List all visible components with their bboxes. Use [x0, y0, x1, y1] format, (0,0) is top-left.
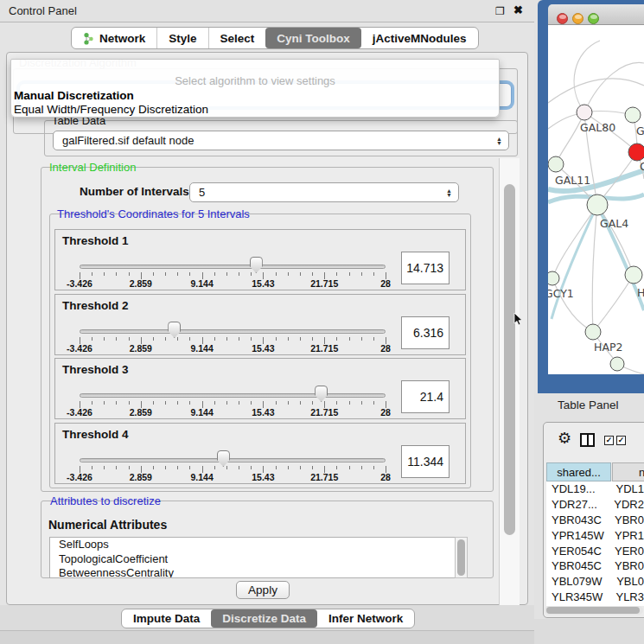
- number-of-intervals-combobox[interactable]: 5 ▲▼: [189, 182, 459, 202]
- network-node-gal80[interactable]: [577, 105, 592, 120]
- network-node-h[interactable]: [625, 266, 642, 284]
- tick-mark: [251, 272, 252, 276]
- slider-handle[interactable]: [168, 322, 181, 338]
- table-data-combobox[interactable]: galFiltered.sif default node ▲▼: [53, 131, 509, 150]
- tick-mark: [361, 401, 362, 405]
- tab-label: Style: [169, 32, 196, 45]
- tick-mark: [226, 272, 227, 276]
- slider-track[interactable]: [80, 393, 386, 398]
- tick-label: 21.715: [300, 472, 348, 482]
- cell-name: YLR3: [609, 590, 644, 603]
- column-header-shared[interactable]: shared...: [546, 462, 611, 481]
- columns-icon[interactable]: [580, 433, 595, 447]
- list-item-betweennesscentrality[interactable]: BetweennessCentrality: [50, 566, 467, 578]
- scrollbar-thumb[interactable]: [504, 184, 515, 535]
- tick-mark: [336, 401, 337, 405]
- tick-mark: [288, 272, 289, 276]
- tick-mark: [361, 337, 362, 341]
- tick-mark: [349, 337, 350, 341]
- tick-mark: [226, 337, 227, 341]
- network-node-gcy1[interactable]: [548, 271, 559, 285]
- table-rows[interactable]: YDL19...YDL1YDR27...YDR2YBR043CYBR0YPR14…: [546, 481, 644, 606]
- network-edge: [593, 275, 634, 332]
- tick-mark: [312, 466, 313, 469]
- apply-button[interactable]: Apply: [236, 581, 290, 599]
- tick-mark: [300, 466, 301, 469]
- table-row[interactable]: YBR043CYBR0: [546, 513, 644, 528]
- panel-vertical-scrollbar[interactable]: [499, 158, 520, 644]
- attributes-list-scrollbar[interactable]: [455, 537, 468, 578]
- checkbox-checked-icon[interactable]: ✓: [604, 436, 614, 445]
- network-node-gal11[interactable]: [548, 156, 564, 172]
- menu-item-equal-width-frequency[interactable]: Equal Width/Frequency Discretization: [14, 103, 208, 116]
- tab-network[interactable]: Network: [72, 28, 156, 48]
- column-header-name[interactable]: n: [612, 462, 644, 481]
- minimize-traffic-light-icon[interactable]: [572, 13, 583, 24]
- cell-shared-name: YPR145W: [546, 529, 608, 542]
- network-canvas[interactable]: GAL80GCGAL11GAL4GCY1HHAP2: [548, 25, 644, 374]
- tab-infer-network[interactable]: Infer Network: [317, 609, 414, 628]
- tick-mark: [189, 272, 190, 276]
- table-row[interactable]: YDL19...YDL1: [546, 481, 644, 497]
- gear-icon[interactable]: ⚙: [558, 430, 571, 446]
- numerical-attributes-list[interactable]: SelfLoopsTopologicalCoefficientBetweenne…: [49, 537, 468, 578]
- network-node-g[interactable]: [625, 107, 641, 123]
- slider-handle[interactable]: [250, 257, 263, 273]
- tab-impute-data[interactable]: Impute Data: [122, 609, 211, 628]
- table-row[interactable]: YBR045CYBR0: [546, 558, 644, 574]
- tick-mark: [116, 337, 117, 341]
- slider-track[interactable]: [80, 265, 386, 269]
- slider-track[interactable]: [80, 458, 386, 462]
- menu-item-manual-discretization[interactable]: Manual Discretization: [14, 89, 134, 102]
- table-row[interactable]: YLR345WYLR3: [546, 590, 644, 605]
- cell-name: YPR1: [608, 529, 644, 542]
- tab-select[interactable]: Select: [208, 28, 266, 48]
- tab-jactivemnodules[interactable]: jActiveMNodules: [361, 28, 478, 48]
- tick-mark: [251, 401, 252, 405]
- close-icon[interactable]: ✖: [513, 3, 523, 16]
- close-traffic-light-icon[interactable]: [557, 13, 568, 24]
- tick-mark: [312, 337, 313, 341]
- spinner-arrows-icon[interactable]: ▲▼: [496, 137, 502, 145]
- tick-label: -3.426: [55, 407, 104, 418]
- tick-mark: [336, 337, 337, 341]
- threshold-value-field[interactable]: 11.344: [401, 445, 450, 478]
- tick-mark: [129, 272, 130, 276]
- network-node[interactable]: [610, 357, 624, 371]
- thresholds-group-label: Threshold's Coordinates for 5 Intervals: [54, 207, 252, 220]
- threshold-value-field[interactable]: 21.4: [401, 380, 450, 413]
- tab-discretize-data[interactable]: Discretize Data: [211, 609, 317, 628]
- algorithm-dropdown-popup: Select algorithm to view settings Manual…: [10, 59, 500, 118]
- tick-label: 15.43: [239, 407, 287, 418]
- tick-mark: [239, 401, 239, 405]
- list-item-selfloops[interactable]: SelfLoops: [50, 538, 467, 552]
- network-node-hap2[interactable]: [585, 324, 601, 340]
- float-window-icon[interactable]: ❐: [495, 5, 505, 17]
- tab-style[interactable]: Style: [156, 28, 207, 48]
- zoom-traffic-light-icon[interactable]: [588, 13, 599, 24]
- checkbox-checked-icon[interactable]: ✓: [616, 436, 626, 445]
- table-row[interactable]: YER054CYER0: [546, 543, 644, 558]
- network-node-gal4[interactable]: [587, 194, 608, 215]
- network-node-c[interactable]: [628, 143, 644, 161]
- slider-track[interactable]: [80, 329, 386, 334]
- tick-mark: [349, 466, 350, 469]
- table-horizontal-scrollbar[interactable]: [545, 606, 643, 615]
- spinner-arrows-icon[interactable]: ▲▼: [446, 188, 452, 197]
- table-row[interactable]: YDR27...YDR2: [546, 497, 644, 513]
- scrollbar-thumb[interactable]: [546, 607, 640, 614]
- threshold-value-field[interactable]: 6.316: [401, 316, 450, 349]
- cell-shared-name: YBR043C: [546, 513, 608, 526]
- tab-cyni-toolbox[interactable]: Cyni Toolbox: [265, 28, 361, 48]
- slider-handle[interactable]: [217, 450, 230, 467]
- list-item-topologicalcoefficient[interactable]: TopologicalCoefficient: [50, 552, 467, 567]
- slider-handle[interactable]: [315, 386, 328, 402]
- cyni-toolbox-panel: Table Data galFiltered.sif default node …: [6, 52, 528, 605]
- scrollbar-thumb[interactable]: [457, 539, 465, 576]
- threshold-value-field[interactable]: 14.713: [401, 252, 450, 284]
- tick-mark: [288, 337, 289, 341]
- tick-mark: [153, 272, 154, 276]
- cell-name: YER0: [608, 545, 644, 558]
- table-row[interactable]: YPR145WYPR1: [546, 527, 644, 543]
- table-row[interactable]: YBL079WYBL0: [546, 574, 644, 590]
